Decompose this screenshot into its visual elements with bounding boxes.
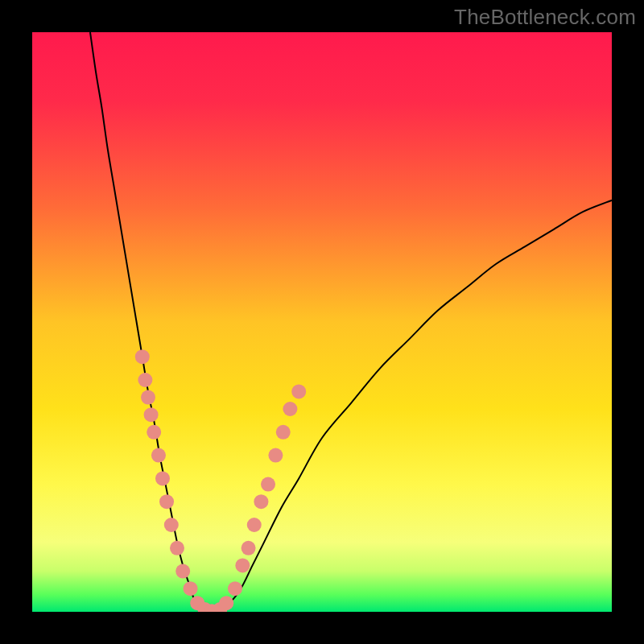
highlight-dot bbox=[219, 596, 233, 610]
highlight-dot bbox=[235, 558, 250, 572]
highlight-dot bbox=[138, 373, 152, 387]
highlight-dot bbox=[291, 384, 306, 398]
highlight-dot bbox=[254, 494, 268, 509]
highlight-dot bbox=[159, 494, 174, 509]
highlight-dot bbox=[164, 518, 179, 532]
highlight-dot bbox=[175, 564, 190, 579]
highlight-dot bbox=[242, 541, 256, 555]
chart-curve-layer bbox=[32, 32, 612, 612]
highlight-dot bbox=[228, 581, 242, 596]
highlight-dot bbox=[184, 581, 198, 596]
highlight-dot bbox=[283, 402, 297, 416]
highlight-dot bbox=[135, 349, 150, 364]
highlight-dot bbox=[170, 541, 184, 555]
highlight-dot bbox=[155, 471, 170, 485]
highlight-dot bbox=[147, 425, 161, 440]
highlight-dots-group bbox=[135, 349, 306, 612]
chart-plot-area bbox=[32, 32, 612, 612]
watermark-text: TheBottleneck.com bbox=[454, 5, 636, 30]
highlight-dot bbox=[268, 448, 283, 463]
highlight-dot bbox=[151, 448, 166, 463]
highlight-dot bbox=[141, 390, 155, 405]
highlight-dot bbox=[247, 518, 262, 532]
highlight-dot bbox=[276, 425, 291, 440]
highlight-dot bbox=[144, 407, 159, 422]
highlight-dot bbox=[261, 477, 275, 492]
